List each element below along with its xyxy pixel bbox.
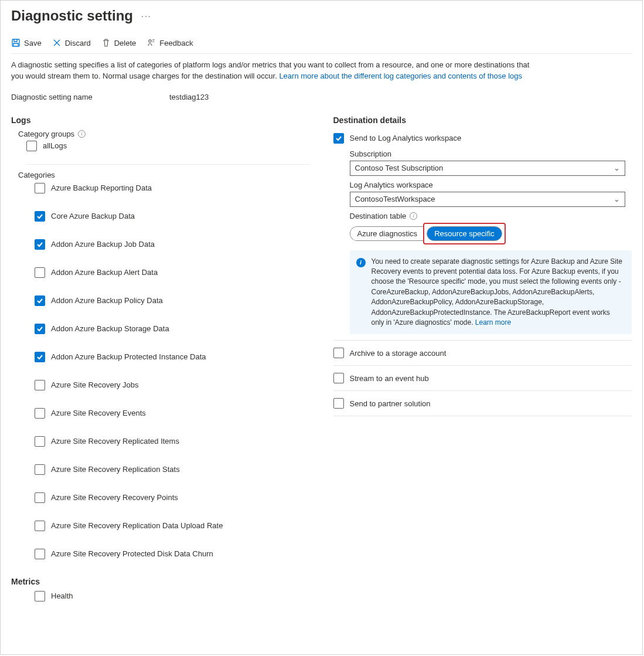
destination-section-title: Destination details [333, 115, 632, 125]
subscription-value: Contoso Test Subscription [355, 164, 444, 172]
log-category-7-label: Azure Site Recovery Jobs [51, 380, 139, 389]
metric-0-checkbox[interactable] [35, 591, 45, 601]
log-category-5-label: Addon Azure Backup Storage Data [51, 324, 169, 333]
highlight-box: Resource specific [423, 223, 506, 244]
save-label: Save [24, 39, 42, 47]
discard-label: Discard [65, 39, 91, 47]
chevron-down-icon: ⌄ [614, 195, 620, 203]
save-button[interactable]: Save [11, 38, 42, 47]
log-category-13-checkbox[interactable] [35, 549, 45, 559]
toolbar: Save Discard Delete Feedback [11, 35, 632, 54]
info-icon[interactable]: i [410, 212, 417, 220]
log-group-0-label: allLogs [43, 141, 67, 150]
destination-table-label: Destination table [350, 212, 407, 220]
log-category-12-label: Azure Site Recovery Replication Data Upl… [51, 521, 223, 530]
setting-name-value[interactable]: testdiag123 [169, 93, 209, 101]
page-title: Diagnostic setting [11, 8, 133, 24]
archive-storage-label: Archive to a storage account [350, 349, 447, 358]
more-menu-icon[interactable]: ··· [141, 11, 152, 21]
partner-solution-label: Send to partner solution [350, 399, 431, 408]
info-panel-text: You need to create separate diagnostic s… [372, 257, 623, 327]
chevron-down-icon: ⌄ [614, 164, 620, 172]
log-category-13-label: Azure Site Recovery Protected Disk Data … [51, 549, 213, 558]
log-category-11-label: Azure Site Recovery Recovery Points [51, 493, 178, 502]
learn-more-link[interactable]: Learn more about the different log categ… [279, 72, 522, 80]
subscription-label: Subscription [350, 149, 632, 158]
svg-point-1 [149, 40, 151, 42]
trash-icon [101, 38, 111, 47]
setting-name-label: Diagnostic setting name [11, 93, 169, 101]
feedback-icon [146, 38, 156, 47]
log-category-3-checkbox[interactable] [35, 267, 45, 278]
log-category-9-checkbox[interactable] [35, 436, 45, 447]
workspace-select[interactable]: ContosoTestWorkspace ⌄ [350, 192, 625, 207]
categories-label: Categories [18, 171, 310, 179]
log-category-8-label: Azure Site Recovery Events [51, 409, 146, 417]
log-category-2-label: Addon Azure Backup Job Data [51, 240, 155, 249]
close-icon [52, 38, 62, 47]
log-category-0-checkbox[interactable] [35, 183, 45, 193]
metrics-section-title: Metrics [11, 577, 310, 586]
discard-button[interactable]: Discard [52, 38, 91, 47]
category-groups-label: Category groups [18, 130, 74, 138]
send-log-analytics-checkbox[interactable] [333, 133, 344, 144]
info-icon[interactable]: i [78, 130, 86, 138]
log-category-3-label: Addon Azure Backup Alert Data [51, 268, 158, 277]
resource-specific-toggle[interactable]: Resource specific [427, 227, 502, 240]
log-category-7-checkbox[interactable] [35, 380, 45, 390]
metric-0-label: Health [51, 592, 73, 600]
feedback-label: Feedback [159, 39, 193, 47]
log-category-4-checkbox[interactable] [35, 295, 45, 306]
log-category-6-checkbox[interactable] [35, 352, 45, 362]
log-category-1-label: Core Azure Backup Data [51, 212, 135, 220]
log-category-5-checkbox[interactable] [35, 324, 45, 334]
partner-solution-checkbox[interactable] [333, 398, 344, 409]
info-learn-more-link[interactable]: Learn more [475, 318, 511, 327]
stream-eventhub-checkbox[interactable] [333, 373, 344, 383]
log-category-11-checkbox[interactable] [35, 492, 45, 503]
log-category-10-checkbox[interactable] [35, 464, 45, 475]
subscription-select[interactable]: Contoso Test Subscription ⌄ [350, 161, 625, 176]
log-group-0-checkbox[interactable] [26, 141, 37, 151]
log-category-1-checkbox[interactable] [35, 211, 45, 222]
feedback-button[interactable]: Feedback [146, 38, 193, 47]
send-log-analytics-label: Send to Log Analytics workspace [350, 134, 462, 142]
logs-section-title: Logs [11, 115, 310, 125]
save-icon [11, 38, 21, 47]
azure-diagnostics-toggle[interactable]: Azure diagnostics [350, 227, 425, 240]
info-panel: i You need to create separate diagnostic… [350, 250, 632, 335]
info-badge-icon: i [356, 258, 366, 267]
workspace-value: ContosoTestWorkspace [355, 195, 435, 203]
log-category-10-label: Azure Site Recovery Replication Stats [51, 465, 180, 474]
delete-label: Delete [114, 39, 137, 47]
log-category-6-label: Addon Azure Backup Protected Instance Da… [51, 352, 206, 361]
log-category-2-checkbox[interactable] [35, 239, 45, 250]
log-category-8-checkbox[interactable] [35, 408, 45, 419]
stream-eventhub-label: Stream to an event hub [350, 374, 429, 383]
description: A diagnostic setting specifies a list of… [11, 60, 539, 82]
log-category-0-label: Azure Backup Reporting Data [51, 183, 152, 192]
workspace-label: Log Analytics workspace [350, 181, 632, 189]
log-category-9-label: Azure Site Recovery Replicated Items [51, 437, 179, 446]
archive-storage-checkbox[interactable] [333, 348, 344, 358]
delete-button[interactable]: Delete [101, 38, 137, 47]
log-category-12-checkbox[interactable] [35, 521, 45, 531]
log-category-4-label: Addon Azure Backup Policy Data [51, 296, 163, 305]
